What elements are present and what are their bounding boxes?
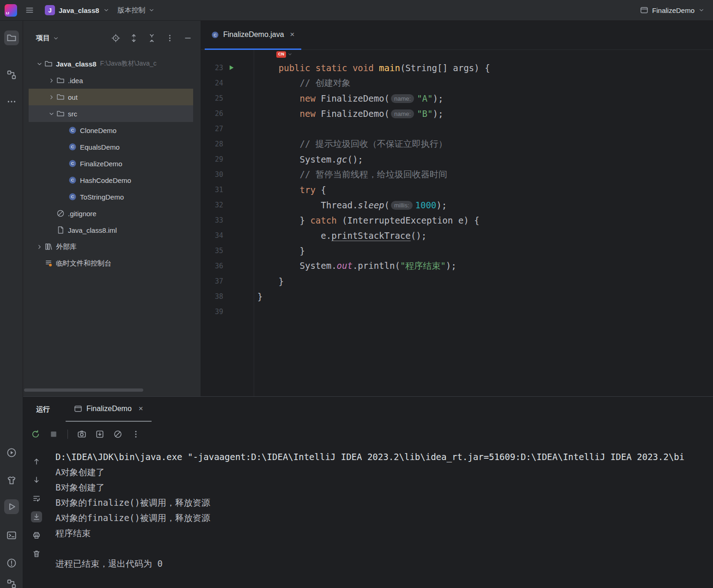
soft-wrap-button[interactable] xyxy=(31,493,42,504)
run-tool-button[interactable] xyxy=(4,499,19,514)
tree-item-equalsdemo-class[interactable]: CEqualsDemo xyxy=(23,139,201,155)
code-token: (); xyxy=(411,230,427,241)
code-line-35: 35 } xyxy=(201,243,713,258)
expand-all-button[interactable] xyxy=(128,33,139,44)
camera-button[interactable] xyxy=(76,428,88,440)
class-icon: C xyxy=(211,31,219,39)
editor-tabbar: C FinalizeDemo.java × xyxy=(201,21,713,50)
tree-item-java_class8-root[interactable]: Java_class8F:\Java教材\Java_c xyxy=(23,55,201,72)
run-config-selector[interactable]: FinalizeDemo xyxy=(640,6,705,14)
console-line: D:\IDEA\JDK\bin\java.exe "-javaagent:D:\… xyxy=(55,449,713,465)
code-line-31: 31 try { xyxy=(201,182,713,197)
tree-item-hashcodedemo-class[interactable]: CHashCodeDemo xyxy=(23,172,201,188)
run-panel: 运行 FinalizeDemo × D:\IDEA\JDK\bin\java.e… xyxy=(23,396,713,588)
code-token: System. xyxy=(257,154,337,164)
kebab-menu-button[interactable] xyxy=(130,428,142,440)
code-line-33: 33 } catch (InterruptedException e) { xyxy=(201,212,713,228)
structure-tool-button[interactable] xyxy=(5,68,18,81)
code-text[interactable]: // 暂停当前线程，给垃圾回收器时间 xyxy=(254,169,447,181)
services-tool-button[interactable] xyxy=(5,446,18,459)
stop-button[interactable] xyxy=(48,428,60,440)
close-tab-icon[interactable]: × xyxy=(290,30,295,39)
code-text[interactable]: // 提示垃圾回收（不保证立即执行） xyxy=(254,138,447,150)
tree-item-idea-folder[interactable]: .idea xyxy=(23,72,201,89)
project-badge: J xyxy=(45,5,55,15)
code-token: (); xyxy=(347,154,363,164)
code-text[interactable]: } xyxy=(254,246,305,256)
code-line-27: 27 xyxy=(201,121,713,136)
code-editor[interactable]: 23 public static void main(String[] args… xyxy=(201,50,713,396)
horizontal-scrollbar[interactable] xyxy=(24,388,143,392)
code-text[interactable]: System.gc(); xyxy=(254,154,363,164)
hide-panel-button[interactable] xyxy=(182,33,193,44)
line-number: 23 xyxy=(201,64,223,72)
code-text[interactable]: new FinalizeDemo(name:"A"); xyxy=(254,93,443,103)
tree-item-gitignore-file[interactable]: .gitignore xyxy=(23,205,201,222)
scroll-to-end-button[interactable] xyxy=(31,511,42,522)
folder-icon xyxy=(56,76,65,85)
tree-item-clonedemo-class[interactable]: CCloneDemo xyxy=(23,122,201,139)
problems-tool-button[interactable] xyxy=(5,557,18,570)
code-token: "A" xyxy=(417,93,433,103)
run-config-name: FinalizeDemo xyxy=(652,6,695,14)
code-text[interactable]: try { xyxy=(254,185,326,195)
tree-item-src-folder[interactable]: src xyxy=(23,105,201,122)
console-window-icon xyxy=(74,405,82,413)
code-text[interactable]: e.printStackTrace(); xyxy=(254,230,427,241)
select-opened-file-button[interactable] xyxy=(110,33,121,44)
import-button[interactable] xyxy=(94,428,106,440)
clear-all-button[interactable] xyxy=(112,428,124,440)
editor-tab-finalizedemo[interactable]: C FinalizeDemo.java × xyxy=(205,21,301,50)
close-tab-icon[interactable]: × xyxy=(139,404,143,413)
project-selector[interactable]: J Java_class8 xyxy=(42,3,112,17)
svg-text:C: C xyxy=(71,194,74,199)
code-text[interactable]: } catch (InterruptedException e) { xyxy=(254,215,479,225)
chevron-down-icon[interactable] xyxy=(34,59,44,69)
class-icon: C xyxy=(68,193,77,201)
tree-item-label: Java_class8.iml xyxy=(68,226,117,234)
tree-item-tostringdemo-class[interactable]: CToStringDemo xyxy=(23,188,201,205)
code-text[interactable]: public static void main(String[] args) { xyxy=(254,63,490,73)
cutoff-tool-button[interactable] xyxy=(5,577,18,588)
moreDots-icon xyxy=(6,97,17,107)
class-icon: C xyxy=(68,126,77,134)
project-panel-title-button[interactable]: 项目 xyxy=(36,34,59,42)
folder-icon xyxy=(56,109,65,118)
print-button[interactable] xyxy=(31,530,42,541)
terminal-tool-button[interactable] xyxy=(5,529,18,542)
run-line-icon[interactable] xyxy=(228,64,235,71)
code-text[interactable]: Thread.sleep(millis:1000); xyxy=(254,200,447,210)
console-output[interactable]: D:\IDEA\JDK\bin\java.exe "-javaagent:D:\… xyxy=(50,447,713,588)
tree-item-out-folder[interactable]: out xyxy=(23,89,201,105)
tree-item-scratches[interactable]: 临时文件和控制台 xyxy=(23,255,201,272)
chevron-placeholder xyxy=(58,192,68,202)
code-text[interactable]: // 创建对象 xyxy=(254,77,351,89)
code-text[interactable]: new FinalizeDemo(name:"B"); xyxy=(254,109,443,119)
project-tool-button[interactable] xyxy=(4,30,19,45)
code-line-32: 32 Thread.sleep(millis:1000); xyxy=(201,197,713,212)
chevron-down-icon[interactable] xyxy=(46,109,56,119)
clear-console-button[interactable] xyxy=(31,548,42,559)
more-tool-windows-button[interactable] xyxy=(5,95,18,108)
code-token: new xyxy=(300,93,316,103)
scroll-down-button[interactable] xyxy=(31,474,42,485)
collapse-all-button[interactable] xyxy=(146,33,157,44)
code-text[interactable]: System.out.println("程序结束"); xyxy=(254,260,457,272)
rerun-button[interactable] xyxy=(30,428,42,440)
scroll-up-button[interactable] xyxy=(31,456,42,467)
tree-item-external-libraries[interactable]: 外部库 xyxy=(23,238,201,255)
tree-item-iml-file[interactable]: Java_class8.iml xyxy=(23,222,201,238)
code-token: gc xyxy=(337,154,347,164)
chevron-right-icon[interactable] xyxy=(34,242,44,252)
chevron-right-icon[interactable] xyxy=(46,92,56,102)
bookmarks-tool-button[interactable] xyxy=(5,474,18,487)
more-options-button[interactable] xyxy=(164,33,175,44)
hamburger-menu-button[interactable] xyxy=(23,3,37,17)
code-text[interactable]: } xyxy=(254,276,284,286)
vcs-menu[interactable]: 版本控制 xyxy=(118,6,155,15)
tree-item-finalizedemo-class[interactable]: CFinalizeDemo xyxy=(23,155,201,172)
run-tab-finalizedemo[interactable]: FinalizeDemo × xyxy=(66,397,152,422)
chevron-right-icon[interactable] xyxy=(46,75,56,85)
code-text[interactable]: } xyxy=(254,291,262,302)
code-line-37: 37 } xyxy=(201,273,713,289)
